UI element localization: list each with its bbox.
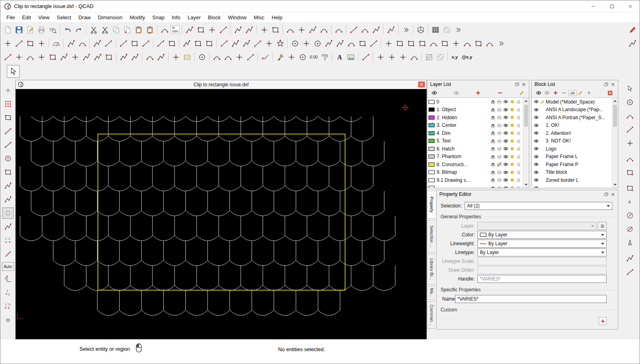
handle-input[interactable]: *VARIES*	[477, 275, 607, 283]
line-angle-button[interactable]	[13, 38, 24, 49]
minimize-icon[interactable]	[584, 0, 603, 12]
layer-combo[interactable]	[477, 222, 597, 230]
break-plus-three-button[interactable]	[234, 51, 245, 63]
snap-lock-icon[interactable]	[490, 185, 496, 188]
relocate-reference-button[interactable]	[318, 24, 329, 35]
layer-on-icon[interactable]	[509, 138, 515, 144]
cut-button[interactable]	[88, 24, 99, 35]
polyline-node-append-button[interactable]	[184, 24, 195, 35]
detect-duplicates-button[interactable]	[297, 51, 308, 63]
add-layer-icon[interactable]	[474, 89, 482, 97]
block-row[interactable]: Model (*Model_Space)	[532, 98, 612, 106]
block-visible-eye-icon[interactable]	[533, 130, 539, 136]
polygon-hexagon-button[interactable]	[263, 38, 274, 49]
polar-copy-button[interactable]	[624, 253, 636, 264]
scale-triangle-alt-button[interactable]	[47, 51, 58, 63]
flip-vertical-button[interactable]	[92, 51, 103, 63]
polygon-two-corners-button[interactable]	[241, 38, 252, 49]
layer-lock-icon[interactable]	[515, 114, 522, 121]
layer-on-icon[interactable]	[509, 169, 515, 175]
block-row[interactable]: Zoned border L	[532, 176, 612, 184]
rectangle-two-points-button[interactable]	[181, 38, 192, 49]
layer-lock-icon[interactable]	[515, 161, 522, 168]
printer-icon[interactable]	[496, 122, 502, 128]
line-orthogonal-tangent-button[interactable]	[140, 38, 151, 49]
menu-layer[interactable]: Layer	[184, 13, 205, 22]
lineweight-combo[interactable]: By Layer	[477, 240, 607, 248]
scrollbar-thumb[interactable]	[613, 105, 617, 127]
polyline-node-trim-button[interactable]	[217, 24, 229, 35]
scale-triangle-button[interactable]	[36, 51, 47, 63]
more-edit-tools-button[interactable]	[400, 24, 411, 35]
close-block-edit-icon[interactable]	[606, 89, 614, 97]
layer-lock-icon[interactable]	[515, 99, 522, 105]
printer-icon[interactable]	[496, 177, 502, 183]
block-visible-eye-icon[interactable]	[533, 146, 539, 152]
arc-continuation-button[interactable]	[368, 38, 379, 49]
block-visible-eye-icon[interactable]	[533, 161, 539, 168]
arc-three-points-button[interactable]	[301, 38, 312, 49]
more-snap-tools-button[interactable]	[2, 314, 14, 325]
printer-icon[interactable]	[496, 106, 502, 113]
printer-icon[interactable]	[496, 114, 502, 121]
circle-three-points-button[interactable]	[405, 38, 417, 49]
layer-on-icon[interactable]	[509, 114, 515, 121]
line-orthogonal-button[interactable]	[103, 38, 114, 49]
layer-on-icon[interactable]	[509, 177, 515, 183]
offset-polyline-button[interactable]	[385, 24, 396, 35]
block-visible-eye-icon[interactable]	[533, 185, 539, 188]
scroll-up-icon[interactable]	[523, 98, 529, 104]
protractor-button[interactable]	[51, 38, 62, 49]
measure-square-button[interactable]	[624, 97, 636, 108]
ellipse-tools-button[interactable]	[627, 38, 638, 49]
selection-pointer-button[interactable]	[7, 65, 20, 78]
layer-color-swatch[interactable]	[429, 123, 435, 127]
layer-visible-eye-icon[interactable]	[502, 146, 509, 152]
block-visible-eye-icon[interactable]	[533, 114, 539, 121]
close-icon[interactable]	[621, 0, 640, 12]
layer-color-swatch[interactable]	[429, 108, 435, 112]
layer-visible-eye-icon[interactable]	[502, 138, 509, 144]
block-visible-eye-icon[interactable]	[533, 122, 539, 128]
layer-lock-icon[interactable]	[515, 185, 522, 188]
hatch-tool-button[interactable]	[423, 51, 435, 63]
block-row[interactable]: Title block	[532, 169, 612, 177]
print-button[interactable]	[36, 24, 47, 35]
layer-row[interactable]	[427, 184, 523, 188]
layer-on-icon[interactable]	[509, 153, 515, 160]
block-visible-eye-icon[interactable]	[533, 169, 539, 175]
scrollbar-track[interactable]	[612, 104, 618, 182]
snap-grid-button[interactable]	[2, 98, 14, 110]
draft-arrow-button[interactable]	[624, 83, 636, 94]
close-panel-icon[interactable]	[610, 191, 616, 197]
layer-lock-icon[interactable]	[515, 153, 522, 160]
arc-two-points-height-button[interactable]	[345, 38, 357, 49]
block-row[interactable]: ANSI A Portrait (*Paper_S...	[532, 114, 612, 122]
layer-row[interactable]: 4. Dim	[427, 129, 523, 137]
edit-layer-icon[interactable]	[518, 89, 526, 97]
mirror-extra-three-button[interactable]	[397, 51, 408, 63]
pin-node-button[interactable]	[307, 24, 318, 35]
break-plus-two-button[interactable]	[222, 51, 234, 63]
skew-tool-button[interactable]	[24, 51, 36, 63]
polygon-center-corner-button[interactable]	[218, 38, 230, 49]
move-reference-button[interactable]	[286, 51, 297, 63]
divide-entity-button[interactable]	[359, 24, 370, 35]
show-all-blocks-icon[interactable]	[535, 89, 542, 97]
layer-visible-eye-icon[interactable]	[502, 161, 509, 168]
shorten-button[interactable]	[270, 24, 281, 35]
undo-button[interactable]	[62, 24, 73, 35]
layer-row[interactable]: 1. Object	[427, 106, 523, 114]
layer-color-swatch[interactable]	[429, 163, 435, 167]
arc-tangent-button[interactable]	[312, 38, 323, 49]
block-help-icon[interactable]: ?	[585, 89, 593, 97]
printer-icon[interactable]	[496, 185, 502, 188]
decimal-precision-button[interactable]: .1	[624, 196, 636, 207]
menu-select[interactable]: Select	[53, 13, 75, 22]
close-drawing-icon[interactable]	[418, 81, 425, 87]
block-row[interactable]: 2. Attention!	[532, 129, 612, 137]
paint-roller-button[interactable]	[319, 51, 330, 63]
break-gap-button[interactable]	[348, 24, 359, 35]
block-visible-eye-icon[interactable]	[533, 153, 539, 160]
viewport-table-button[interactable]	[430, 24, 441, 35]
